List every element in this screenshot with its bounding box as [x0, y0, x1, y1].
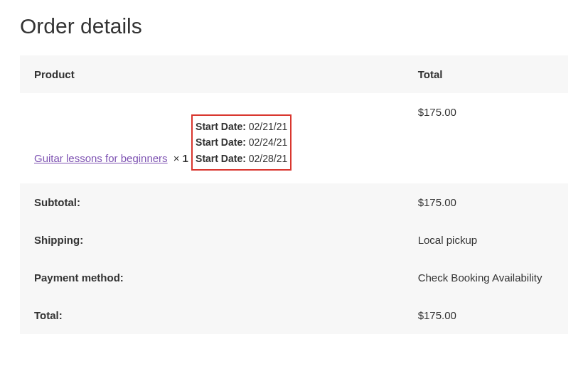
table-header-row: Product Total: [20, 55, 568, 93]
header-total: Total: [404, 55, 568, 93]
total-row: Total: $175.00: [20, 296, 568, 334]
date-value: 02/28/21: [249, 153, 288, 164]
date-label: Start Date:: [196, 136, 246, 148]
payment-row: Payment method: Check Booking Availabili…: [20, 259, 568, 296]
subtotal-value: $175.00: [404, 183, 568, 221]
payment-label: Payment method:: [20, 259, 404, 296]
date-line: Start Date: 02/24/21: [196, 134, 287, 150]
subtotal-label: Subtotal:: [20, 183, 404, 221]
qty-separator: ×: [173, 152, 180, 164]
dates-highlight-box: Start Date: 02/21/21 Start Date: 02/24/2…: [191, 114, 292, 171]
shipping-row: Shipping: Local pickup: [20, 221, 568, 259]
shipping-value: Local pickup: [404, 221, 568, 259]
date-line: Start Date: 02/21/21: [196, 119, 287, 134]
order-details-table: Product Total Guitar lessons for beginne…: [20, 55, 568, 334]
product-qty: 1: [183, 152, 188, 164]
product-link[interactable]: Guitar lessons for beginners: [34, 152, 168, 164]
header-product: Product: [20, 55, 404, 93]
payment-value: Check Booking Availability: [404, 259, 568, 296]
product-total-cell: $175.00: [404, 93, 568, 183]
total-label: Total:: [20, 296, 404, 334]
subtotal-row: Subtotal: $175.00: [20, 183, 568, 221]
date-line: Start Date: 02/28/21: [196, 151, 287, 166]
page-title: Order details: [20, 14, 568, 38]
product-cell: Guitar lessons for beginners ×1 Start Da…: [20, 93, 404, 183]
shipping-label: Shipping:: [20, 221, 404, 259]
date-label: Start Date:: [196, 153, 246, 164]
product-row: Guitar lessons for beginners ×1 Start Da…: [20, 93, 568, 183]
date-label: Start Date:: [196, 121, 246, 132]
date-value: 02/24/21: [249, 136, 288, 148]
date-value: 02/21/21: [249, 121, 288, 132]
total-value: $175.00: [404, 296, 568, 334]
